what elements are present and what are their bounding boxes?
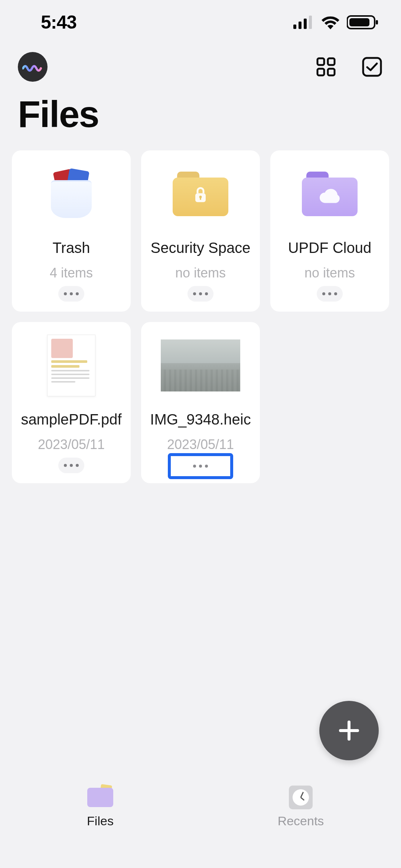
status-time: 5:43 [41, 12, 76, 33]
svg-rect-16 [339, 729, 359, 732]
status-indicators [293, 15, 379, 30]
svg-rect-11 [363, 58, 381, 76]
more-button[interactable] [169, 455, 232, 478]
svg-rect-3 [309, 16, 312, 29]
nav-recents[interactable]: Recents [200, 786, 401, 868]
more-button[interactable] [58, 458, 84, 473]
svg-rect-14 [200, 197, 201, 200]
select-button[interactable] [361, 56, 383, 78]
svg-rect-6 [376, 20, 378, 25]
recents-tab-icon [289, 786, 313, 809]
page-title: Files [0, 82, 401, 150]
file-date: 2023/05/11 [167, 437, 234, 452]
status-bar: 5:43 [0, 0, 401, 45]
folder-updf-cloud[interactable]: UPDF Cloud no items [270, 150, 389, 312]
folder-sub: no items [304, 265, 355, 281]
folder-security-space[interactable]: Security Space no items [141, 150, 260, 312]
svg-rect-8 [328, 58, 335, 65]
nav-label: Recents [278, 814, 324, 828]
folder-name: Trash [12, 240, 131, 256]
folder-name: Security Space [141, 240, 260, 256]
grid-icon [316, 57, 336, 77]
file-name: IMG_9348.heic [141, 411, 260, 428]
dots-icon [64, 292, 79, 295]
nav-label: Files [87, 814, 114, 828]
bottom-nav: Files Recents [0, 775, 401, 868]
svg-rect-5 [349, 18, 369, 26]
svg-rect-9 [317, 69, 324, 75]
header-row [0, 45, 401, 82]
file-name: samplePDF.pdf [12, 411, 131, 428]
file-date: 2023/05/11 [38, 437, 105, 452]
svg-rect-0 [293, 25, 296, 29]
svg-rect-7 [317, 58, 324, 65]
avatar[interactable] [18, 52, 48, 82]
dots-icon [322, 292, 337, 295]
dots-icon [193, 465, 208, 468]
file-img-9348[interactable]: IMG_9348.heic 2023/05/11 [141, 322, 260, 483]
nav-files[interactable]: Files [0, 786, 200, 868]
folder-name: UPDF Cloud [270, 240, 389, 256]
more-button[interactable] [317, 286, 343, 302]
battery-icon [347, 15, 379, 30]
folder-sub: 4 items [50, 265, 93, 281]
app-logo-icon [22, 62, 43, 72]
svg-rect-10 [328, 69, 335, 75]
photo-thumbnail [161, 330, 240, 401]
view-grid-button[interactable] [315, 56, 337, 78]
svg-rect-2 [304, 19, 307, 29]
lock-folder-icon [173, 159, 228, 229]
more-button[interactable] [188, 286, 213, 302]
file-samplepdf[interactable]: samplePDF.pdf 2023/05/11 [12, 322, 131, 483]
svg-rect-1 [299, 22, 301, 29]
add-button[interactable] [319, 701, 379, 760]
cellular-icon [293, 16, 314, 29]
folder-sub: no items [175, 265, 226, 281]
file-grid: Trash 4 items Security Space no items UP… [0, 150, 401, 483]
checkbox-icon [362, 57, 382, 77]
files-tab-icon [87, 786, 113, 809]
dots-icon [64, 464, 79, 467]
document-icon [47, 330, 95, 401]
folder-trash[interactable]: Trash 4 items [12, 150, 131, 312]
plus-icon [336, 718, 362, 744]
trash-icon [47, 159, 95, 229]
dots-icon [193, 292, 208, 295]
wifi-icon [321, 15, 340, 29]
more-button[interactable] [58, 286, 84, 302]
cloud-folder-icon [302, 159, 358, 229]
